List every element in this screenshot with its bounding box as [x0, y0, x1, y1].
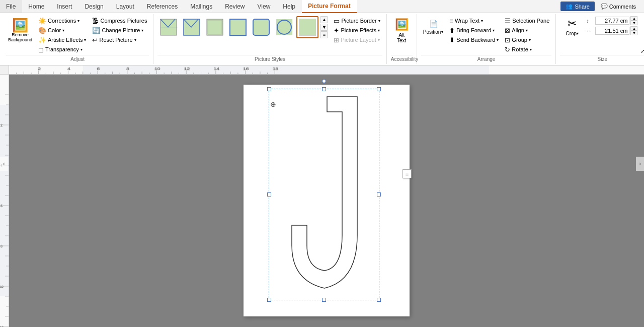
wrap-text-float[interactable]: ≡ — [403, 169, 412, 178]
transparency-icon: ◻ — [38, 46, 44, 53]
tab-review[interactable]: Review — [219, 0, 251, 13]
tab-references[interactable]: References — [141, 0, 184, 13]
picture-styles-label: Picture Styles — [157, 55, 382, 63]
handle-middle-right[interactable] — [377, 192, 381, 197]
page-nav-right[interactable]: › — [636, 157, 644, 171]
corrections-caret: ▾ — [77, 19, 79, 23]
height-spinners: ▲ ▼ — [630, 16, 637, 25]
gallery-scroll-down[interactable]: ▼ — [320, 24, 328, 31]
align-icon: ⊠ — [505, 27, 510, 34]
group-arrange: 📄 Position ▾ ≡ Wrap Text ▾ ⬆ B — [417, 14, 556, 64]
tab-design[interactable]: Design — [78, 0, 110, 13]
svg-text:10: 10 — [0, 285, 4, 288]
tab-file[interactable]: File — [0, 0, 22, 13]
send-backward-button[interactable]: ⬇ Send Backward ▾ — [447, 35, 501, 44]
gallery-scroll-up[interactable]: ▲ — [320, 16, 328, 23]
wrap-text-button[interactable]: ≡ Wrap Text ▾ — [447, 16, 501, 25]
crop-button[interactable]: ✂ Crop ▾ — [560, 16, 584, 37]
j-shape-svg — [269, 89, 380, 301]
style-6[interactable] — [273, 16, 295, 38]
height-row: ↕ ▲ ▼ — [586, 16, 637, 25]
alt-text-button[interactable]: 🖼️ AltText — [391, 16, 413, 45]
transparency-caret: ▾ — [80, 47, 83, 52]
style-7[interactable] — [296, 16, 318, 38]
reset-picture-button[interactable]: ↩ Reset Picture ▾ — [90, 35, 149, 44]
artistic-effects-button[interactable]: ✨ Artistic Effects ▾ — [36, 35, 88, 44]
handle-top-center[interactable] — [322, 87, 326, 91]
position-caret: ▾ — [441, 30, 443, 34]
color-button[interactable]: 🎨 Color ▾ — [36, 26, 88, 35]
style-2[interactable] — [181, 16, 203, 38]
size-expand-button[interactable]: ⤢ — [640, 48, 644, 54]
svg-rect-6 — [253, 19, 269, 35]
tab-view[interactable]: View — [252, 0, 277, 13]
width-input[interactable] — [595, 27, 629, 35]
svg-rect-60 — [0, 105, 9, 296]
width-up[interactable]: ▲ — [630, 26, 637, 31]
handle-middle-left[interactable] — [267, 192, 271, 197]
width-down[interactable]: ▼ — [630, 31, 637, 35]
style-1[interactable] — [157, 16, 180, 38]
comments-button[interactable]: 💬 Comments — [597, 2, 640, 11]
tab-layout[interactable]: Layout — [110, 0, 141, 13]
picture-border-icon: ▭ — [334, 17, 340, 25]
svg-text:14: 14 — [213, 67, 219, 71]
handle-bottom-left[interactable] — [267, 298, 271, 302]
handle-bottom-right[interactable] — [377, 298, 381, 302]
tab-bar-right: 👥 Share 💬 Comments — [560, 0, 644, 13]
align-button[interactable]: ⊠ Align ▾ — [503, 26, 551, 35]
style-5[interactable] — [250, 16, 272, 38]
tab-picture-format[interactable]: Picture Format — [302, 0, 357, 13]
selected-image[interactable]: ⊕ — [269, 89, 379, 300]
transparency-button[interactable]: ◻ Transparency ▾ — [36, 45, 88, 54]
send-backward-caret: ▾ — [497, 38, 499, 42]
group-picture-styles: ▲ ▼ ≡ ▭ Picture Border ▾ ✦ Picture Effec… — [153, 14, 386, 64]
group-button[interactable]: ⊡ Group ▾ — [503, 35, 551, 44]
send-backward-icon: ⬇ — [449, 36, 455, 44]
selection-pane-button[interactable]: ☰ Selection Pane — [503, 16, 551, 25]
corrections-button[interactable]: ☀️ Corrections ▾ — [36, 16, 88, 25]
picture-effects-button[interactable]: ✦ Picture Effects ▾ — [332, 26, 382, 35]
tab-help[interactable]: Help — [277, 0, 302, 13]
page-canvas: ‹ — [9, 75, 644, 327]
compress-pictures-button[interactable]: 🗜 Compress Pictures — [90, 16, 149, 25]
change-picture-button[interactable]: 🔄 Change Picture ▾ — [90, 26, 149, 35]
ruler-h-track: 2 4 6 8 10 12 — [9, 66, 644, 75]
handle-bottom-center[interactable] — [322, 298, 326, 302]
tab-mailings[interactable]: Mailings — [184, 0, 219, 13]
tab-home[interactable]: Home — [22, 0, 51, 13]
picture-layout-button[interactable]: ⊞ Picture Layout ▾ — [332, 35, 382, 44]
height-down[interactable]: ▼ — [630, 21, 637, 25]
wrap-text-float-icon[interactable]: ≡ — [403, 169, 412, 178]
doc-area: 2 4 6 8 10 12 — [0, 75, 644, 327]
bring-forward-button[interactable]: ⬆ Bring Forward ▾ — [447, 26, 501, 35]
height-input[interactable] — [595, 17, 629, 25]
position-button[interactable]: 📄 Position ▾ — [421, 16, 446, 36]
svg-rect-2 — [207, 19, 223, 35]
svg-text:8: 8 — [126, 67, 129, 71]
page-with-image: ⊕ ≡ — [244, 85, 410, 318]
rotate-button[interactable]: ↻ Rotate ▾ — [503, 45, 551, 54]
ruler-horizontal: 2 4 6 8 10 12 — [0, 66, 644, 75]
remove-background-icon: 🖼️ — [12, 19, 28, 32]
rotate-caret: ▾ — [530, 47, 532, 52]
handle-top-left[interactable] — [267, 87, 271, 91]
picture-border-button[interactable]: ▭ Picture Border ▾ — [332, 16, 382, 25]
style-4[interactable] — [227, 16, 249, 38]
height-up[interactable]: ▲ — [630, 16, 637, 21]
svg-text:2: 2 — [1, 123, 3, 127]
ribbon-content: 🖼️ RemoveBackground ☀️ Corrections ▾ 🎨 C… — [0, 13, 644, 65]
gallery-more[interactable]: ≡ — [320, 31, 328, 38]
adjust-label: Adjust — [6, 55, 149, 63]
group-accessibility: 🖼️ AltText Accessibility — [387, 14, 417, 64]
handle-top-right[interactable] — [377, 87, 381, 91]
change-picture-icon: 🔄 — [92, 27, 100, 34]
wrap-text-icon: ≡ — [449, 17, 453, 25]
handle-rotate[interactable] — [322, 79, 326, 83]
svg-text:18: 18 — [273, 67, 279, 71]
svg-text:2: 2 — [38, 67, 41, 71]
tab-insert[interactable]: Insert — [51, 0, 78, 13]
remove-background-button[interactable]: 🖼️ RemoveBackground — [6, 16, 34, 45]
share-button[interactable]: 👥 Share — [560, 2, 594, 11]
style-3[interactable] — [204, 16, 226, 38]
